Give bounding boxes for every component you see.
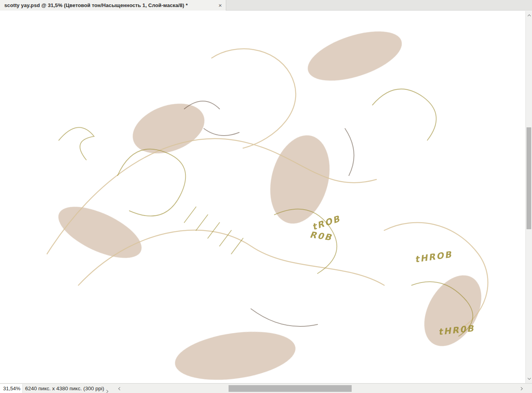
status-menu-button[interactable]	[105, 387, 108, 393]
document-dimensions: 6240 пикс. x 4380 пикс. (300 ppi)	[25, 386, 104, 391]
scroll-up-button[interactable]	[526, 13, 532, 20]
chevron-up-icon	[527, 14, 530, 18]
horizontal-scrollbar[interactable]	[116, 384, 525, 393]
horizontal-scrollbar-thumb[interactable]	[229, 385, 352, 392]
document-tab-title: scotty yay.psd @ 31,5% (Цветовой тон/Нас…	[4, 2, 215, 8]
photoshop-document-window: scotty yay.psd @ 31,5% (Цветовой тон/Нас…	[0, 0, 532, 393]
scrollbar-corner	[525, 384, 532, 393]
zoom-level-value: 31,54%	[3, 386, 20, 391]
scroll-left-button[interactable]	[116, 384, 123, 393]
vertical-scrollbar[interactable]	[525, 11, 532, 383]
vertical-scrollbar-thumb[interactable]	[527, 127, 531, 229]
zoom-level-input[interactable]: 31,54%	[0, 384, 23, 393]
chevron-right-icon	[519, 387, 523, 390]
chevron-left-icon	[118, 387, 122, 390]
status-bar: 31,54% 6240 пикс. x 4380 пикс. (300 ppi)	[0, 383, 532, 393]
scroll-right-button[interactable]	[517, 384, 525, 393]
scroll-down-button[interactable]	[526, 375, 532, 382]
artwork-canvas[interactable]: tROB R0B tHROB tHR0B	[0, 11, 525, 383]
document-tab-bar: scotty yay.psd @ 31,5% (Цветовой тон/Нас…	[0, 0, 532, 11]
close-tab-icon[interactable]: ×	[218, 2, 222, 8]
document-info: 6240 пикс. x 4380 пикс. (300 ppi)	[25, 384, 104, 393]
document-tab[interactable]: scotty yay.psd @ 31,5% (Цветовой тон/Нас…	[0, 0, 226, 11]
chevron-right-icon	[105, 390, 108, 393]
chevron-down-icon	[527, 377, 530, 380]
